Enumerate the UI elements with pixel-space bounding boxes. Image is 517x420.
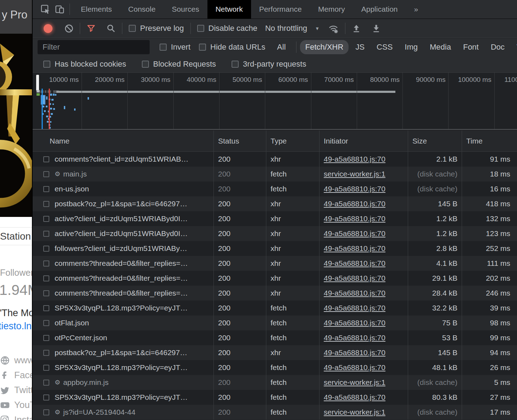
table-row[interactable]: postback?oz_pl=1&spa=1&ci=646297…200xhr4…: [33, 345, 517, 360]
checkbox[interactable]: [199, 44, 206, 51]
social-link-instag[interactable]: Instag: [0, 412, 32, 420]
table-row[interactable]: SP5X3v3tyqPL.128.mp3?Policy=eyJT…200fetc…: [33, 390, 517, 405]
table-row[interactable]: otFlat.json200fetch49-a5a68810.js:7075 B…: [33, 315, 517, 330]
initiator-link[interactable]: 49-a5a68810.js:70: [324, 229, 385, 238]
initiator-link[interactable]: 49-a5a68810.js:70: [324, 334, 385, 342]
filter-has-blocked-cookies-checkbox[interactable]: Has blocked cookies: [43, 60, 126, 69]
row-checkbox[interactable]: [43, 231, 49, 237]
row-checkbox[interactable]: [43, 365, 49, 371]
tab-network[interactable]: Network: [207, 0, 251, 19]
table-row[interactable]: en-us.json200fetch49-a5a68810.js:70(disk…: [33, 181, 517, 196]
type-filter-all[interactable]: All: [272, 40, 291, 54]
table-row[interactable]: otPcCenter.json200fetch49-a5a68810.js:70…: [33, 330, 517, 345]
row-checkbox[interactable]: [43, 171, 49, 177]
column-header-size[interactable]: Size: [408, 130, 462, 151]
device-toolbar-icon[interactable]: [52, 3, 67, 15]
initiator-link[interactable]: 49-a5a68810.js:70: [324, 274, 385, 282]
table-row[interactable]: comments?threaded=0&filter_replies=…200x…: [33, 286, 517, 301]
type-filter-font[interactable]: Font: [458, 40, 484, 54]
initiator-link[interactable]: service-worker.js:1: [324, 170, 385, 178]
table-row[interactable]: ⚙appboy.min.js200fetchservice-worker.js:…: [33, 375, 517, 390]
clear-button[interactable]: [65, 24, 73, 33]
throttling-select[interactable]: No throttling ▼: [265, 24, 320, 33]
row-checkbox[interactable]: [43, 246, 49, 252]
row-checkbox[interactable]: [43, 290, 49, 296]
initiator-link[interactable]: 49-a5a68810.js:70: [324, 185, 385, 193]
type-filter-img[interactable]: Img: [399, 40, 423, 54]
row-checkbox[interactable]: [43, 261, 49, 267]
column-header-name[interactable]: Name: [33, 130, 213, 151]
checkbox[interactable]: [129, 25, 136, 32]
initiator-link[interactable]: 49-a5a68810.js:70: [324, 304, 385, 312]
tab-sources[interactable]: Sources: [164, 0, 207, 19]
import-har-icon[interactable]: [352, 24, 361, 33]
row-checkbox[interactable]: [43, 350, 49, 356]
preserve-log-checkbox[interactable]: Preserve log: [129, 24, 184, 33]
table-row[interactable]: followers?client_id=zdUqm51WRIABy…200xhr…: [33, 241, 517, 256]
initiator-link[interactable]: 49-a5a68810.js:70: [324, 289, 385, 297]
table-row[interactable]: postback?oz_pl=1&spa=1&ci=646297…200xhr4…: [33, 196, 517, 211]
initiator-link[interactable]: 49-a5a68810.js:70: [324, 319, 385, 327]
tab-application[interactable]: Application: [353, 0, 406, 19]
column-header-status[interactable]: Status: [213, 130, 266, 151]
type-filter-css[interactable]: CSS: [371, 40, 398, 54]
disable-cache-checkbox[interactable]: Disable cache: [197, 24, 257, 33]
type-filter-media[interactable]: Media: [424, 40, 456, 54]
column-header-type[interactable]: Type: [266, 130, 319, 151]
initiator-link[interactable]: service-worker.js:1: [324, 408, 385, 416]
initiator-link[interactable]: 49-a5a68810.js:70: [324, 244, 385, 253]
row-checkbox[interactable]: [43, 335, 49, 341]
checkbox[interactable]: [232, 61, 239, 68]
type-filter-js[interactable]: JS: [350, 40, 370, 54]
network-overview[interactable]: 10000 ms20000 ms30000 ms40000 ms50000 ms…: [33, 73, 517, 130]
initiator-link[interactable]: service-worker.js:1: [324, 378, 385, 387]
social-link-youtu[interactable]: YouTu: [0, 397, 32, 412]
table-row[interactable]: active?client_id=zdUqm51WRIAByd0I…200xhr…: [33, 211, 517, 226]
initiator-link[interactable]: 49-a5a68810.js:70: [324, 393, 385, 402]
table-row[interactable]: active?client_id=zdUqm51WRIAByd0I…200xhr…: [33, 226, 517, 241]
type-filter-ws[interactable]: WS: [511, 40, 517, 54]
network-conditions-icon[interactable]: [328, 23, 339, 33]
filter-3rd-party-requests-checkbox[interactable]: 3rd-party requests: [232, 60, 306, 69]
row-checkbox[interactable]: [43, 186, 49, 192]
row-checkbox[interactable]: [43, 275, 49, 281]
social-link-faceb[interactable]: Faceb: [0, 368, 32, 382]
checkbox[interactable]: [43, 61, 50, 68]
tab-console[interactable]: Console: [120, 0, 164, 19]
tab-performance[interactable]: Performance: [251, 0, 310, 19]
row-checkbox[interactable]: [43, 394, 49, 401]
initiator-link[interactable]: 49-a5a68810.js:70: [324, 214, 385, 223]
record-button[interactable]: [44, 24, 52, 33]
filter-blocked-requests-checkbox[interactable]: Blocked Requests: [142, 60, 216, 69]
tab-memory[interactable]: Memory: [310, 0, 353, 19]
filter-input[interactable]: [38, 40, 150, 54]
row-checkbox[interactable]: [43, 380, 49, 386]
row-checkbox[interactable]: [43, 216, 49, 222]
row-checkbox[interactable]: [43, 305, 49, 311]
row-checkbox[interactable]: [43, 320, 49, 326]
filter-funnel-icon[interactable]: [87, 24, 96, 33]
checkbox[interactable]: [197, 25, 204, 32]
row-checkbox[interactable]: [43, 201, 49, 207]
table-row[interactable]: SP5X3v3tyqPL.128.mp3?Policy=eyJT…200fetc…: [33, 360, 517, 375]
column-header-initiator[interactable]: Initiator: [319, 130, 408, 151]
table-row[interactable]: comments?client_id=zdUqm51WRIAB…200xhr49…: [33, 152, 517, 167]
social-link-www[interactable]: www.: [0, 353, 32, 368]
bio-link[interactable]: tiesto.lnk: [0, 321, 32, 332]
table-row[interactable]: SP5X3v3tyqPL.128.mp3?Policy=eyJT…200fetc…: [33, 301, 517, 315]
row-checkbox[interactable]: [43, 156, 49, 162]
table-row[interactable]: ⚙js?id=UA-2519404-44200fetchservice-work…: [33, 405, 517, 420]
inspect-icon[interactable]: [38, 3, 52, 15]
initiator-link[interactable]: 49-a5a68810.js:70: [324, 200, 385, 208]
row-checkbox[interactable]: [43, 409, 49, 415]
station-tab[interactable]: Station: [0, 227, 32, 245]
initiator-link[interactable]: 49-a5a68810.js:70: [324, 363, 385, 372]
checkbox[interactable]: [142, 61, 149, 68]
social-link-twitte[interactable]: Twitte: [0, 382, 32, 397]
type-filter-fetch-xhr[interactable]: Fetch/XHR: [300, 40, 349, 54]
table-row[interactable]: comments?threaded=0&filter_replies=…200x…: [33, 256, 517, 271]
invert-checkbox[interactable]: Invert: [160, 43, 190, 52]
hide-data-urls-checkbox[interactable]: Hide data URLs: [199, 43, 265, 52]
table-row[interactable]: ⚙main.js200fetchservice-worker.js:1(disk…: [33, 167, 517, 181]
column-header-time[interactable]: Time: [462, 130, 517, 151]
